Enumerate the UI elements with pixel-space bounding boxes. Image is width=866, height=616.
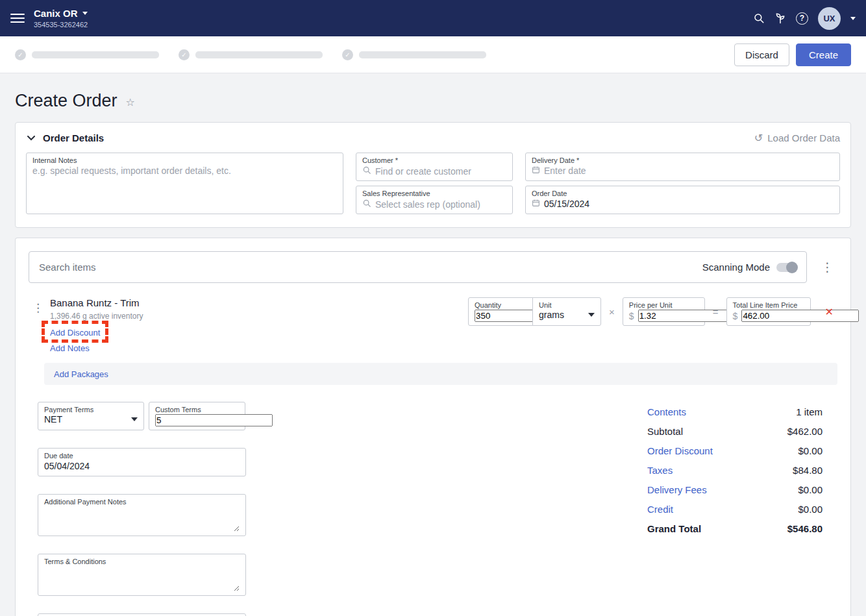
favorite-star-icon[interactable]: ☆	[126, 96, 135, 108]
credit-link[interactable]: Credit	[647, 504, 673, 515]
order-totals: Contents 1 item Subtotal $462.00 Order D…	[647, 402, 823, 616]
plant-icon[interactable]	[774, 12, 786, 24]
due-date-field: Due date	[38, 448, 246, 476]
skeleton-bar	[359, 51, 486, 58]
quantity-label: Quantity	[475, 301, 526, 309]
return-policy-field: Return Policy	[38, 613, 246, 616]
custom-terms-label: Custom Terms	[155, 406, 239, 413]
order-items-card: Scanning Mode ⋮ ⋮ Banana Runtz - Trim 1,…	[15, 238, 851, 616]
terms-conditions-field: Terms & Conditions	[38, 554, 246, 596]
discard-button[interactable]: Discard	[734, 43, 789, 66]
custom-terms-input[interactable]	[155, 414, 273, 426]
order-details-title: Order Details	[43, 132, 104, 143]
add-packages-link[interactable]: Add Packages	[54, 369, 108, 379]
page-title: Create Order	[15, 91, 118, 111]
terms-conditions-input[interactable]	[44, 567, 240, 591]
delivery-date-input[interactable]	[544, 166, 834, 176]
top-navbar: Canix OR 354535-3262462 ? UX	[0, 0, 866, 36]
load-order-data-button[interactable]: ↺ Load Order Data	[754, 132, 840, 144]
remove-line-item-icon[interactable]: ✕	[825, 306, 834, 318]
currency-symbol: $	[629, 311, 634, 321]
add-packages-bar: Add Packages	[44, 363, 837, 385]
order-details-card: Order Details ↺ Load Order Data Customer…	[15, 122, 851, 228]
total-line-price-field: Total Line Item Price $	[726, 297, 811, 326]
sales-rep-label: Sales Representative	[362, 190, 506, 197]
customer-input[interactable]	[375, 166, 506, 177]
delivery-date-field: Delivery Date *	[525, 153, 840, 181]
order-discount-link[interactable]: Order Discount	[647, 445, 713, 456]
add-notes-link[interactable]: Add Notes	[50, 343, 90, 353]
totals-row-contents: Contents 1 item	[647, 402, 823, 421]
totals-row-grand-total: Grand Total $546.80	[647, 519, 823, 538]
taxes-link[interactable]: Taxes	[647, 465, 673, 476]
due-date-label: Due date	[44, 452, 240, 460]
calendar-icon	[532, 166, 540, 176]
totals-row-subtotal: Subtotal $462.00	[647, 421, 823, 441]
check-circle-icon: ✓	[342, 49, 353, 60]
due-date-input[interactable]	[44, 461, 240, 471]
item-search-input[interactable]	[39, 262, 702, 273]
toggle-knob	[786, 262, 798, 273]
delivery-fees-link[interactable]: Delivery Fees	[647, 484, 707, 495]
order-date-input[interactable]	[544, 199, 834, 209]
price-per-unit-label: Price per Unit	[629, 301, 699, 309]
menu-icon[interactable]	[10, 11, 25, 25]
subtotal-value: $462.00	[787, 426, 823, 437]
page-content: Create Order ☆ Order Details ↺ Load Orde…	[0, 91, 866, 616]
order-discount-value: $0.00	[798, 445, 823, 456]
additional-payment-notes-input[interactable]	[44, 507, 240, 532]
grand-total-label: Grand Total	[647, 523, 701, 534]
org-switcher[interactable]: Canix OR 354535-3262462	[34, 8, 88, 29]
unit-select[interactable]: Unit grams	[532, 297, 601, 326]
internal-notes-label: Internal Notes	[32, 156, 337, 164]
progress-step: ✓	[179, 49, 323, 60]
order-date-field: Order Date	[525, 186, 840, 214]
taxes-value: $84.80	[793, 465, 823, 476]
totals-row-delivery-fees: Delivery Fees $0.00	[647, 480, 823, 499]
load-order-data-label: Load Order Data	[767, 132, 840, 143]
price-per-unit-field: Price per Unit $	[623, 297, 705, 326]
progress-steps: ✓ ✓ ✓	[15, 49, 486, 60]
contents-link[interactable]: Contents	[647, 406, 686, 417]
custom-terms-field: Custom Terms	[149, 402, 245, 430]
avatar[interactable]: UX	[818, 7, 841, 30]
collapse-chevron-icon[interactable]	[26, 134, 36, 142]
scanning-mode-toggle[interactable]	[776, 263, 797, 272]
add-discount-link[interactable]: Add Discount	[50, 328, 100, 338]
org-name: Canix OR	[34, 8, 78, 19]
search-icon	[362, 166, 371, 177]
total-line-price-label: Total Line Item Price	[733, 301, 804, 309]
chevron-down-icon	[82, 12, 88, 15]
line-item-menu-icon[interactable]: ⋮	[32, 301, 43, 315]
subtotal-label: Subtotal	[647, 426, 683, 437]
additional-payment-notes-field: Additional Payment Notes	[38, 494, 246, 536]
totals-row-credit: Credit $0.00	[647, 499, 823, 519]
create-button[interactable]: Create	[796, 43, 851, 66]
payment-terms-value: NET	[44, 414, 62, 425]
quantity-field: Quantity	[468, 297, 533, 326]
account-chevron-down-icon[interactable]	[850, 17, 856, 20]
check-circle-icon: ✓	[15, 49, 26, 60]
totals-row-order-discount: Order Discount $0.00	[647, 441, 823, 460]
contents-value: 1 item	[796, 406, 823, 417]
currency-symbol: $	[733, 311, 738, 321]
progress-step: ✓	[15, 49, 159, 60]
help-icon[interactable]: ?	[796, 12, 808, 25]
item-search-box: Scanning Mode	[29, 251, 807, 283]
payment-terms-select[interactable]: Payment Terms NET	[38, 402, 144, 430]
equals-sign: =	[713, 306, 719, 317]
terms-conditions-label: Terms & Conditions	[44, 558, 240, 565]
credit-value: $0.00	[798, 504, 823, 515]
line-item-name: Banana Runtz - Trim	[50, 297, 140, 308]
search-icon[interactable]	[753, 12, 765, 24]
calendar-icon	[532, 199, 540, 209]
total-line-price-input[interactable]	[741, 310, 859, 322]
payment-terms-label: Payment Terms	[44, 406, 138, 413]
items-menu-icon[interactable]: ⋮	[817, 260, 837, 275]
sales-rep-input[interactable]	[375, 199, 506, 210]
skeleton-bar	[32, 51, 159, 58]
progress-step: ✓	[342, 49, 486, 60]
internal-notes-field: Internal Notes	[26, 153, 343, 214]
internal-notes-input[interactable]	[32, 166, 337, 210]
line-item-inventory: 1,396.46 g active inventory	[50, 312, 143, 321]
